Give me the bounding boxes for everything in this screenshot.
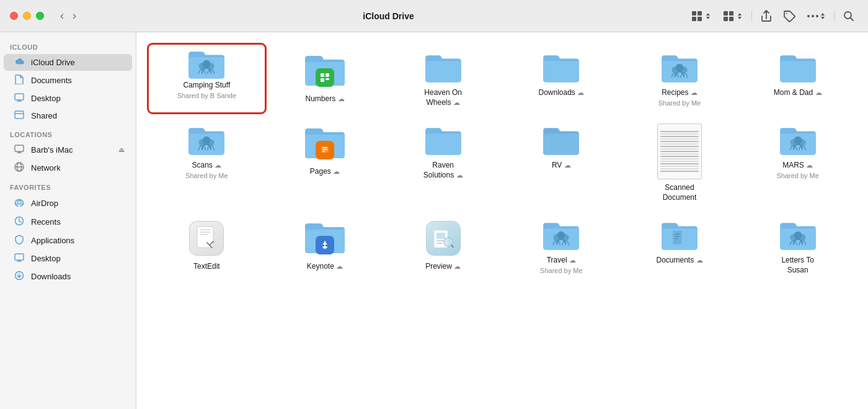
network-icon xyxy=(14,162,25,174)
gallery-view-button[interactable] xyxy=(719,7,746,25)
sidebar-item-recents[interactable]: Recents xyxy=(4,213,132,231)
traffic-lights xyxy=(10,12,44,20)
file-item-scans[interactable]: Scans ☁ Shared by Me xyxy=(149,117,265,207)
folder-icon-documents2 xyxy=(657,218,702,252)
file-name-keynote: Keynote ☁ xyxy=(307,262,343,272)
svg-point-10 xyxy=(812,15,814,17)
file-item-mars[interactable]: MARS ☁ Shared by Me xyxy=(740,117,856,207)
downloads-icon xyxy=(14,271,25,282)
folder-icon-scans xyxy=(184,124,229,157)
sidebar-item-downloads[interactable]: Downloads xyxy=(4,267,132,285)
icon-view-button[interactable] xyxy=(687,7,715,25)
sidebar-item-desktop2[interactable]: Desktop xyxy=(4,250,132,267)
svg-rect-28 xyxy=(326,78,329,80)
file-subtitle-travel: Shared by Me xyxy=(540,267,582,274)
sidebar-label-desktop2: Desktop xyxy=(31,254,125,263)
file-item-raven-solutions[interactable]: RavenSolutions ☁ xyxy=(385,117,501,207)
file-item-letters-to-susan[interactable]: Letters ToSusan xyxy=(740,212,856,280)
svg-rect-0 xyxy=(692,11,696,16)
documents-icon xyxy=(14,74,25,86)
svg-rect-15 xyxy=(15,145,24,151)
folder-icon-travel xyxy=(539,218,583,252)
sidebar-label-downloads: Downloads xyxy=(31,272,125,281)
file-name-preview: Preview ☁ xyxy=(425,262,461,272)
file-name-documents2: Documents ☁ xyxy=(656,256,702,266)
close-button[interactable] xyxy=(10,12,18,20)
search-button[interactable] xyxy=(839,8,858,24)
minimize-button[interactable] xyxy=(23,12,31,20)
back-button[interactable]: ‹ xyxy=(56,8,68,24)
file-subtitle-recipes: Shared by Me xyxy=(658,99,701,107)
share-button[interactable] xyxy=(757,7,776,25)
sidebar-section-favorites: Favorites xyxy=(0,178,136,194)
file-name-travel: Travel ☁ xyxy=(547,256,576,266)
file-item-pages[interactable]: Pages ☁ xyxy=(267,117,383,207)
file-item-travel[interactable]: Travel ☁ Shared by Me xyxy=(503,212,619,280)
desktop-icon xyxy=(14,93,25,104)
applications-icon xyxy=(14,235,25,246)
file-item-documents2[interactable]: Documents ☁ xyxy=(622,212,738,280)
preview-app-icon-wrapper xyxy=(421,218,466,258)
svg-point-49 xyxy=(557,231,565,240)
file-name-heaven: Heaven OnWheels ☁ xyxy=(424,88,462,107)
fullscreen-button[interactable] xyxy=(36,12,44,20)
forward-button[interactable]: › xyxy=(69,8,80,24)
file-item-rv[interactable]: RV ☁ xyxy=(503,117,619,207)
eject-button[interactable]: ⏏ xyxy=(118,146,125,154)
app-container: iCloud iCloud Drive Documents xyxy=(0,32,868,409)
textedit-icon xyxy=(189,221,224,256)
sidebar-item-barbs-imac[interactable]: Barb's iMac ⏏ xyxy=(4,142,132,158)
sidebar-item-documents[interactable]: Documents xyxy=(4,71,132,89)
sidebar-item-applications[interactable]: Applications xyxy=(4,231,132,249)
file-item-camping-stuff[interactable]: Camping Stuff Shared by B Sande xyxy=(149,45,265,112)
sidebar-label-icloud-drive: iCloud Drive xyxy=(31,58,125,67)
svg-rect-13 xyxy=(15,94,24,100)
computer-icon xyxy=(14,145,25,155)
file-item-downloads[interactable]: Downloads ☁ xyxy=(503,45,619,112)
svg-point-24 xyxy=(203,60,211,68)
svg-rect-25 xyxy=(321,73,324,77)
sidebar-item-airdrop[interactable]: AirDrop xyxy=(4,194,132,212)
file-name-numbers: Numbers ☁ xyxy=(305,94,344,104)
file-item-textedit[interactable]: TextEdit xyxy=(149,212,265,280)
sidebar-label-applications: Applications xyxy=(31,236,125,245)
sidebar-item-icloud-drive[interactable]: iCloud Drive xyxy=(4,54,132,71)
sidebar: iCloud iCloud Drive Documents xyxy=(0,32,136,409)
svg-rect-7 xyxy=(729,17,733,21)
textedit-app-icon-wrapper xyxy=(184,218,229,258)
file-name-scans: Scans ☁ xyxy=(192,161,221,171)
svg-rect-45 xyxy=(436,243,443,244)
folder-icon-letters xyxy=(776,218,820,252)
file-name-raven: RavenSolutions ☁ xyxy=(423,161,463,180)
file-name-camping-stuff: Camping Stuff xyxy=(183,81,230,91)
file-name-mars: MARS ☁ xyxy=(782,161,813,171)
sidebar-item-desktop[interactable]: Desktop xyxy=(4,90,132,107)
svg-point-18 xyxy=(17,200,21,204)
file-item-preview[interactable]: Preview ☁ xyxy=(385,212,501,280)
svg-rect-1 xyxy=(698,11,702,16)
sidebar-item-shared[interactable]: Shared xyxy=(4,107,132,124)
file-item-numbers[interactable]: Numbers ☁ xyxy=(267,45,383,112)
folder-icon-heaven xyxy=(421,51,466,84)
preview-icon xyxy=(426,221,461,256)
sidebar-section-locations: Locations xyxy=(0,125,136,141)
file-subtitle-mars: Shared by Me xyxy=(776,172,818,179)
tag-button[interactable] xyxy=(779,7,799,25)
more-button[interactable] xyxy=(803,9,829,23)
toolbar-separator xyxy=(751,10,752,22)
file-grid: Camping Stuff Shared by B Sande xyxy=(149,45,856,281)
file-name-pages: Pages ☁ xyxy=(310,167,340,177)
file-item-mom-dad[interactable]: Mom & Dad ☁ xyxy=(740,45,856,112)
file-item-recipes[interactable]: Recipes ☁ Shared by Me xyxy=(622,45,738,112)
file-item-scanned-document[interactable]: ScannedDocument xyxy=(622,117,738,207)
sidebar-label-shared: Shared xyxy=(31,111,125,120)
file-item-keynote[interactable]: Keynote ☁ xyxy=(267,212,383,280)
svg-rect-26 xyxy=(326,73,329,77)
svg-rect-6 xyxy=(724,17,728,21)
sidebar-item-network[interactable]: Network xyxy=(4,159,132,177)
desktop2-icon xyxy=(14,253,25,264)
svg-point-8 xyxy=(786,12,787,14)
file-item-heaven-on-wheels[interactable]: Heaven OnWheels ☁ xyxy=(385,45,501,112)
keynote-app-badge xyxy=(316,236,334,254)
sidebar-label-desktop: Desktop xyxy=(31,94,125,103)
